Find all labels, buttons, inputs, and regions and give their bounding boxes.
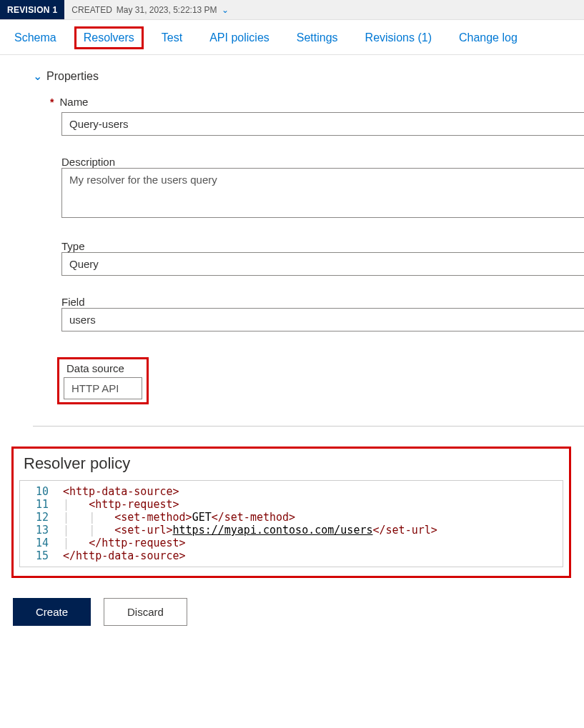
line-number: 12 bbox=[20, 511, 63, 524]
created-value: May 31, 2023, 5:22:13 PM bbox=[117, 5, 217, 15]
code-line[interactable]: 11| <http-request> bbox=[20, 498, 563, 511]
data-source-label: Data source bbox=[64, 362, 142, 374]
code-line[interactable]: 13| | <set-url>https://myapi.contoso.com… bbox=[20, 524, 563, 537]
code-content: | <http-request> bbox=[63, 498, 179, 511]
field-input[interactable] bbox=[61, 308, 584, 331]
tab-change-log[interactable]: Change log bbox=[459, 31, 518, 44]
name-input[interactable] bbox=[61, 112, 584, 136]
line-number: 13 bbox=[20, 524, 63, 537]
field-type-group: Type bbox=[33, 240, 584, 276]
tab-api-policies[interactable]: API policies bbox=[209, 31, 269, 44]
footer-actions: Create Discard bbox=[0, 578, 584, 637]
required-marker: * bbox=[50, 96, 54, 108]
field-name-group: * Name bbox=[33, 96, 584, 136]
description-input[interactable]: My resolver for the users query bbox=[61, 168, 584, 218]
field-field-group: Field bbox=[33, 296, 584, 331]
tab-settings[interactable]: Settings bbox=[297, 31, 338, 44]
code-line[interactable]: 10<http-data-source> bbox=[20, 485, 563, 498]
tab-resolvers[interactable]: Resolvers bbox=[74, 26, 144, 49]
code-content: | | <set-url>https://myapi.contoso.com/u… bbox=[63, 524, 437, 537]
properties-header[interactable]: ⌄ Properties bbox=[33, 69, 584, 83]
revision-badge: REVISION 1 bbox=[0, 0, 64, 19]
code-content: </http-data-source> bbox=[63, 549, 186, 562]
revision-created[interactable]: CREATED May 31, 2023, 5:22:13 PM ⌄ bbox=[64, 0, 235, 19]
revision-bar: REVISION 1 CREATED May 31, 2023, 5:22:13… bbox=[0, 0, 584, 20]
chevron-down-icon: ⌄ bbox=[33, 69, 42, 83]
create-button[interactable]: Create bbox=[13, 598, 91, 626]
properties-label: Properties bbox=[46, 70, 99, 83]
data-source-input[interactable] bbox=[64, 377, 142, 399]
resolver-policy-highlight: Resolver policy 10<http-data-source>11| … bbox=[11, 447, 571, 578]
type-label: Type bbox=[61, 240, 584, 252]
line-number: 15 bbox=[20, 549, 63, 562]
tab-revisions[interactable]: Revisions (1) bbox=[365, 31, 432, 44]
line-number: 11 bbox=[20, 498, 63, 511]
resolver-policy-title: Resolver policy bbox=[19, 454, 563, 473]
field-description-group: Description My resolver for the users qu… bbox=[33, 156, 584, 220]
code-line[interactable]: 15</http-data-source> bbox=[20, 549, 563, 562]
line-number: 14 bbox=[20, 537, 63, 549]
created-label: CREATED bbox=[71, 5, 112, 15]
discard-button[interactable]: Discard bbox=[104, 598, 187, 626]
name-label: Name bbox=[59, 96, 88, 108]
type-input[interactable] bbox=[61, 252, 584, 276]
code-line[interactable]: 14| </http-request> bbox=[20, 537, 563, 549]
code-line[interactable]: 12| | <set-method>GET</set-method> bbox=[20, 511, 563, 524]
field-label: Field bbox=[61, 296, 584, 308]
tab-schema[interactable]: Schema bbox=[14, 31, 56, 44]
code-content: | </http-request> bbox=[63, 537, 186, 549]
code-editor[interactable]: 10<http-data-source>11| <http-request>12… bbox=[19, 480, 563, 567]
tab-test[interactable]: Test bbox=[162, 31, 182, 44]
data-source-highlight: Data source bbox=[57, 357, 149, 404]
divider bbox=[33, 426, 584, 427]
code-content: <http-data-source> bbox=[63, 485, 179, 498]
code-content: | | <set-method>GET</set-method> bbox=[63, 511, 295, 524]
chevron-down-icon: ⌄ bbox=[222, 5, 229, 15]
tabs-bar: Schema Resolvers Test API policies Setti… bbox=[0, 20, 584, 55]
description-label: Description bbox=[61, 156, 584, 168]
content-area: ⌄ Properties * Name Description My resol… bbox=[0, 55, 584, 578]
line-number: 10 bbox=[20, 485, 63, 498]
